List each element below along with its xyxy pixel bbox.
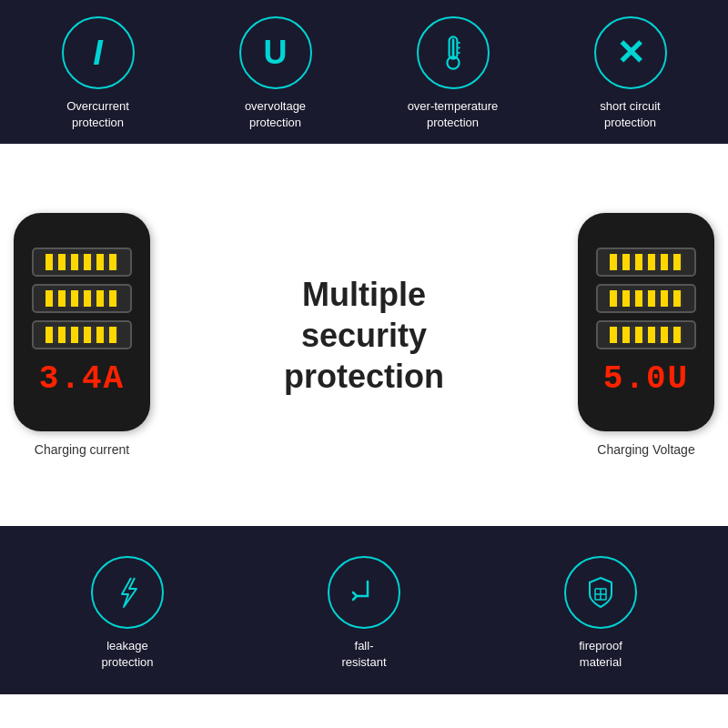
usb-port-1	[32, 248, 132, 277]
shortcircuit-icon: ✕	[594, 16, 667, 89]
right-device-label: Charging Voltage	[597, 442, 694, 457]
left-device-label: Charging current	[35, 442, 129, 457]
fireproof-icon	[564, 556, 637, 629]
feature-overvoltage: U overvoltage protection	[197, 16, 354, 131]
usb-port-6	[596, 320, 696, 349]
overcurrent-icon: I	[62, 16, 135, 89]
leakage-label: leakage protection	[101, 638, 153, 671]
usb-port-3	[32, 320, 132, 349]
overvoltage-icon: U	[239, 16, 312, 89]
left-device: 3.4A	[14, 213, 150, 431]
left-display: 3.4A	[39, 360, 125, 398]
left-device-wrapper: 3.4A Charging current	[14, 213, 150, 457]
bottom-section: leakage protection fall- resistant	[0, 526, 728, 694]
overvoltage-label: overvoltage protection	[245, 98, 306, 131]
leakage-icon	[91, 556, 164, 629]
middle-section: 3.4A Charging current Multiple security …	[0, 144, 728, 526]
thermometer-icon	[417, 16, 490, 89]
overtemperature-label: over-temperature protection	[408, 98, 499, 131]
feature-shortcircuit: ✕ short circuit protection	[552, 16, 709, 131]
right-device-wrapper: 5.0U Charging Voltage	[578, 213, 714, 457]
usb-port-4	[596, 248, 696, 277]
center-security-text: Multiple security protection	[150, 274, 578, 397]
feature-fireproof: fireproof material	[494, 556, 707, 671]
feature-overcurrent: I Overcurrent protection	[20, 16, 177, 131]
right-device: 5.0U	[578, 213, 714, 431]
usb-port-5	[596, 284, 696, 313]
shortcircuit-label: short circuit protection	[600, 98, 660, 131]
feature-leakage: leakage protection	[21, 556, 234, 671]
overcurrent-label: Overcurrent protection	[66, 98, 129, 131]
right-display: 5.0U	[603, 360, 689, 398]
feature-fallresistant: fall- resistant	[258, 556, 470, 671]
fireproof-label: fireproof material	[579, 638, 622, 671]
feature-overtemperature: over-temperature protection	[375, 16, 531, 131]
top-section: I Overcurrent protection U overvoltage p…	[0, 0, 728, 144]
fall-resistant-label: fall- resistant	[341, 638, 386, 671]
usb-port-2	[32, 284, 132, 313]
fall-resistant-icon	[328, 556, 400, 629]
